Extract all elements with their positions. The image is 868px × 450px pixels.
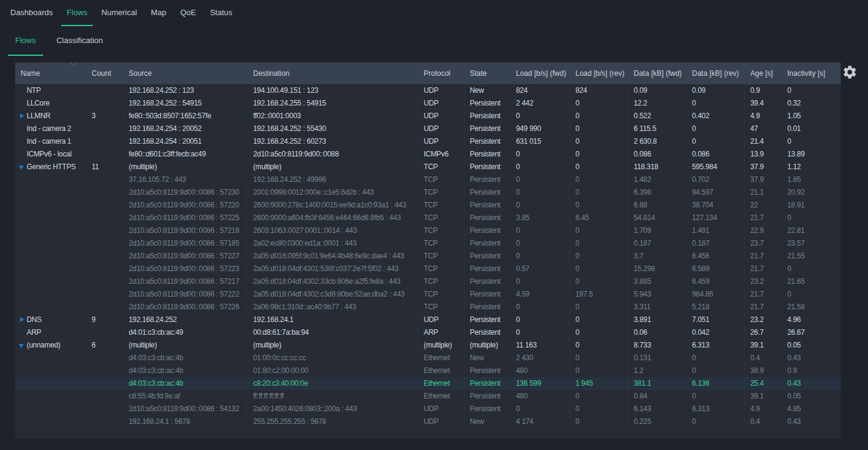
- cell-age: 22: [745, 199, 782, 212]
- column-header-dest[interactable]: Destination: [248, 69, 418, 78]
- table-row[interactable]: NTP192.168.24.252 : 123194.100.49.151 : …: [15, 84, 841, 97]
- table-row[interactable]: 2d10:a5c0:8119:9d00::0086 : 572202600:90…: [15, 199, 841, 212]
- nav-item-dashboards[interactable]: Dashboards: [5, 0, 58, 26]
- cell-lfwd: 136 599: [510, 377, 570, 390]
- column-header-dfwd[interactable]: Data [kB] (fwd): [628, 69, 687, 78]
- table-row[interactable]: DNS9192.168.24.252192.168.24.1UDPPersist…: [15, 314, 841, 326]
- table-row[interactable]: (unnamed)6(multiple)(multiple)(multiple)…: [15, 339, 841, 352]
- cell-count: [86, 97, 123, 110]
- table-row[interactable]: 2d10:a5c0:8119:9d00::0086 : 541322a00:14…: [15, 403, 841, 415]
- cell-source: d4:03:c3:cb:ac:4b: [123, 377, 248, 390]
- table-row[interactable]: 2d10:a5c0:8119:9d00::0086 : 572252600:90…: [15, 212, 841, 224]
- settings-gear-icon[interactable]: [842, 64, 859, 81]
- collapse-triangle-icon[interactable]: [18, 161, 27, 173]
- column-header-proto[interactable]: Protocol: [418, 69, 464, 78]
- column-header-lfwd[interactable]: Load [b/s] (fwd): [510, 69, 570, 78]
- cell-source: 2d10:a5c0:8119:9d00::0086 : 57185: [123, 237, 248, 250]
- cell-proto: TCP: [418, 250, 464, 263]
- cell-proto: ARP: [418, 326, 464, 339]
- table-row[interactable]: 192.168.24.1 : 5678255.255.255.255 : 567…: [15, 415, 841, 428]
- cell-age: 13.9: [745, 148, 782, 161]
- cell-name: Ind - camera 1: [15, 135, 86, 148]
- cell-dest: 192.168.24.1: [248, 314, 418, 326]
- table-row[interactable]: 2d10:a5c0:8119:9d00::0086 : 572262a06:98…: [15, 301, 841, 314]
- cell-count: [86, 415, 123, 428]
- cell-dest: 2a06:98c1:310d::ac40:9b77 : 443: [248, 301, 418, 314]
- cell-state: Persistent: [464, 364, 510, 377]
- cell-source: c8:55:4b:fd:9e:af: [123, 390, 248, 403]
- cell-source: 2d10:a5c0:8119:9d00::0086 : 57230: [123, 186, 248, 199]
- table-row[interactable]: 2d10:a5c0:8119:9d00::0086 : 572272a05:d0…: [15, 250, 841, 263]
- expander-spacer: [18, 135, 27, 148]
- cell-age: 21.1: [745, 186, 782, 199]
- cell-count: [86, 212, 123, 224]
- cell-source: 192.168.24.1 : 5678: [123, 415, 248, 428]
- cell-age: 25.4: [745, 377, 782, 390]
- nav-item-status[interactable]: Status: [205, 0, 238, 26]
- cell-inact: 0: [782, 135, 841, 148]
- expander-spacer: [18, 415, 27, 428]
- table-row[interactable]: 2d10:a5c0:8119:9d00::0086 : 572302001:09…: [15, 186, 841, 199]
- cell-count: [86, 364, 123, 377]
- table-row[interactable]: 37.16.105.72 : 443192.168.24.252 : 49986…: [15, 173, 841, 186]
- cell-inact: 4.96: [782, 314, 841, 326]
- cell-inact: 0: [782, 212, 841, 224]
- column-header-age[interactable]: Age [s]: [745, 69, 782, 78]
- cell-proto: (multiple): [418, 339, 464, 352]
- cell-lrev: 0: [570, 301, 628, 314]
- cell-lfwd: 0: [510, 199, 570, 212]
- cell-age: 23.7: [745, 237, 782, 250]
- expand-triangle-icon[interactable]: [18, 110, 27, 123]
- column-header-lrev[interactable]: Load [b/s] (rev): [570, 69, 628, 78]
- expander-spacer: [18, 364, 27, 377]
- table-row[interactable]: Generic HTTPS11(multiple)(multiple)TCPPe…: [15, 161, 841, 173]
- nav-item-numerical[interactable]: Numerical: [96, 0, 143, 26]
- collapse-triangle-icon[interactable]: [18, 339, 27, 352]
- table-row[interactable]: 2d10:a5c0:8119:9d00::0086 : 572232a05:d0…: [15, 263, 841, 275]
- expander-spacer: [18, 377, 27, 390]
- cell-lrev: 0: [570, 186, 628, 199]
- cell-age: 21.7: [745, 212, 782, 224]
- column-header-inact[interactable]: Inactivity [s]: [782, 69, 841, 78]
- table-row[interactable]: 2d10:a5c0:8119:9d00::0086 : 572172a05:d0…: [15, 275, 841, 288]
- table-row[interactable]: ARPd4:01:c3:cb:ac:4900:d8:61:7a:ba:94ARP…: [15, 326, 841, 339]
- column-header-count[interactable]: Count: [86, 69, 123, 78]
- column-header-state[interactable]: State: [464, 69, 510, 78]
- table-row[interactable]: c8:55:4b:fd:9e:afff:ff:ff:ff:ff:ffEthern…: [15, 390, 841, 403]
- table-row[interactable]: 2d10:a5c0:8119:9d00::0086 : 572182603:10…: [15, 224, 841, 237]
- table-row[interactable]: 2d10:a5c0:8119:9d00::0086 : 572222a05:d0…: [15, 288, 841, 301]
- table-row[interactable]: 2d10:a5c0:8119:9d00::0086 : 571852a02:ec…: [15, 237, 841, 250]
- cell-dest: 2a05:d018:04df:4302:c3d8:80be:52ae:dba2 …: [248, 288, 418, 301]
- column-header-source[interactable]: Source: [123, 69, 248, 78]
- expander-spacer: [18, 148, 27, 161]
- cell-proto: UDP: [418, 110, 464, 123]
- table-row[interactable]: LLCore192.168.24.252 : 54915192.168.24.2…: [15, 97, 841, 110]
- table-row[interactable]: Ind - camera 1192.168.24.254 : 20051192.…: [15, 135, 841, 148]
- cell-dfwd: 6.88: [628, 199, 687, 212]
- cell-count: [86, 173, 123, 186]
- column-header-name[interactable]: Name: [15, 69, 86, 78]
- table-row[interactable]: Ind - camera 2192.168.24.254 : 20052192.…: [15, 123, 841, 135]
- subnav-item-flows[interactable]: Flows: [8, 26, 43, 56]
- cell-drev: 1.491: [687, 224, 745, 237]
- table-row[interactable]: ICMPv6 - localfe80::d601:c3ff:fecb:ac492…: [15, 148, 841, 161]
- cell-lfwd: 0: [510, 403, 570, 415]
- cell-proto: TCP: [418, 301, 464, 314]
- table-row[interactable]: d4:03:c3:cb:ac:4b01:00:0c:cc:cc:ccEthern…: [15, 352, 841, 364]
- expander-spacer: [18, 224, 27, 237]
- nav-item-flows[interactable]: Flows: [61, 0, 93, 26]
- cell-source: 2d10:a5c0:8119:9d00::0086 : 54132: [123, 403, 248, 415]
- table-row[interactable]: d4:03:c3:cb:ac:4bc8:20:c3:40:00:0eEthern…: [15, 377, 841, 390]
- table-row[interactable]: LLMNR3fe80::503d:8507:1652:57feff02::000…: [15, 110, 841, 123]
- column-header-drev[interactable]: Data [kB] (rev): [687, 69, 745, 78]
- cell-source: 37.16.105.72 : 443: [123, 173, 248, 186]
- expand-triangle-icon[interactable]: [18, 314, 27, 326]
- subnav-item-classification[interactable]: Classification: [49, 26, 110, 56]
- cell-lfwd: 0: [510, 148, 570, 161]
- cell-count: 3: [86, 110, 123, 123]
- nav-item-map[interactable]: Map: [146, 0, 172, 26]
- cell-age: 23.2: [745, 275, 782, 288]
- table-row[interactable]: d4:03:c3:cb:ac:4b01:80:c2:00:00:00Ethern…: [15, 364, 841, 377]
- nav-item-qoe[interactable]: QoE: [175, 0, 202, 26]
- cell-count: [86, 135, 123, 148]
